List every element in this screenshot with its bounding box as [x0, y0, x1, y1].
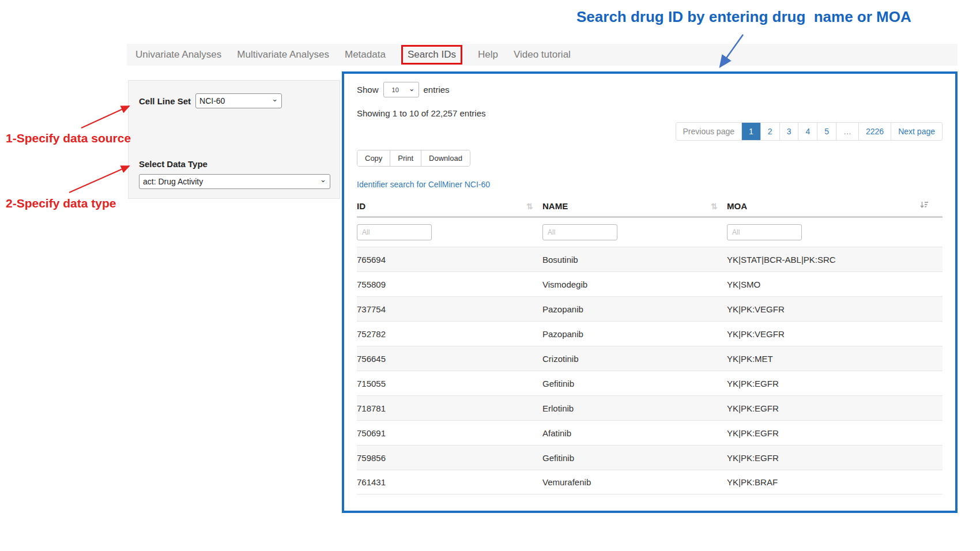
cell-id: 750691: [357, 428, 542, 438]
page-length-select[interactable]: 10: [383, 82, 419, 97]
cell-id: 756645: [357, 354, 542, 364]
sort-icon[interactable]: ⇅: [526, 202, 533, 211]
identifier-search-link[interactable]: Identifier search for CellMiner NCI-60: [357, 180, 490, 189]
page-button-5[interactable]: 5: [817, 123, 836, 140]
cell-name: Gefitinib: [542, 379, 727, 388]
nav-help[interactable]: Help: [478, 49, 498, 61]
cell-id: 761431: [357, 477, 542, 487]
cell-name: Gefitinib: [542, 453, 727, 463]
table-row: 756645 Crizotinib YK|PK:MET: [357, 346, 943, 371]
top-navbar: Univariate Analyses Multivariate Analyse…: [127, 44, 958, 66]
cell-moa: YK|PK:VEGFR: [727, 304, 943, 314]
cell-id: 765694: [357, 255, 542, 265]
previous-page-button[interactable]: Previous page: [676, 123, 742, 140]
page-button-2[interactable]: 2: [760, 123, 779, 140]
export-button-group: Copy Print Download: [357, 150, 470, 167]
cell-name: Afatinib: [542, 428, 727, 438]
data-source-panel: Cell Line Set NCI-60 Select Data Type ac…: [128, 80, 340, 199]
table-row: 752782 Pazopanib YK|PK:VEGFR: [357, 321, 943, 346]
cell-id: 715055: [357, 379, 542, 388]
table-row: 718781 Erlotinib YK|PK:EGFR: [357, 395, 943, 420]
download-button[interactable]: Download: [421, 150, 470, 166]
cell-moa: YK|PK:VEGFR: [727, 329, 943, 339]
nav-univariate-analyses[interactable]: Univariate Analyses: [135, 49, 221, 61]
cell-moa: YK|SMO: [727, 280, 943, 289]
show-label: Show: [357, 85, 379, 95]
nav-multivariate-analyses[interactable]: Multivariate Analyses: [237, 49, 329, 61]
cell-name: Erlotinib: [542, 403, 727, 413]
cell-id: 752782: [357, 329, 542, 339]
annotation-step1: 1-Specify data source: [6, 131, 131, 145]
cell-line-set-select[interactable]: NCI-60: [195, 93, 282, 108]
cell-name: Vismodegib: [542, 280, 727, 289]
table-row: 759856 Gefitinib YK|PK:EGFR: [357, 445, 943, 470]
showing-entries-text: Showing 1 to 10 of 22,257 entries: [357, 108, 486, 118]
page-button-1[interactable]: 1: [741, 123, 760, 140]
page-length-control: Show 10 entries: [357, 82, 450, 97]
red-arrow-step1: [81, 106, 129, 128]
next-page-button[interactable]: Next page: [891, 123, 942, 140]
cell-moa: YK|PK:MET: [727, 354, 943, 364]
table-row: 750691 Afatinib YK|PK:EGFR: [357, 420, 943, 445]
annotation-search-note: Search drug ID by entering drug name or …: [576, 8, 911, 26]
table-row: 765694 Bosutinib YK|STAT|BCR-ABL|PK:SRC: [357, 247, 943, 271]
data-type-label: Select Data Type: [139, 159, 208, 169]
page-ellipsis: …: [836, 123, 858, 140]
cell-line-set-label: Cell Line Set: [139, 96, 191, 106]
cell-moa: YK|PK:EGFR: [727, 453, 943, 463]
print-button[interactable]: Print: [390, 150, 421, 166]
filter-input-name[interactable]: [542, 224, 617, 240]
cell-name: Pazopanib: [542, 329, 727, 339]
filter-input-id[interactable]: [357, 224, 432, 240]
page-button-3[interactable]: 3: [779, 123, 798, 140]
table-row: 715055 Gefitinib YK|PK:EGFR: [357, 371, 943, 395]
column-header-name[interactable]: NAME ⇅: [542, 201, 727, 211]
table-row: 761431 Vemurafenib YK|PK:BRAF: [357, 470, 943, 495]
cell-name: Pazopanib: [542, 304, 727, 314]
cell-line-set-select-wrap: NCI-60: [195, 93, 282, 108]
column-header-id-label: ID: [357, 201, 365, 211]
column-header-moa-label: MOA: [727, 201, 747, 211]
search-ids-panel: Show 10 entries Showing 1 to 10 of 22,25…: [342, 71, 958, 513]
column-header-moa[interactable]: MOA: [727, 201, 943, 212]
data-type-select[interactable]: act: Drug Activity: [139, 174, 330, 189]
cell-id: 718781: [357, 403, 542, 413]
cell-moa: YK|PK:BRAF: [727, 477, 943, 487]
table-row: 737754 Pazopanib YK|PK:VEGFR: [357, 296, 943, 321]
data-type-select-wrap: act: Drug Activity: [139, 174, 330, 189]
sort-icon[interactable]: ⇅: [711, 202, 718, 211]
cell-id: 755809: [357, 280, 542, 289]
cell-moa: YK|PK:EGFR: [727, 428, 943, 438]
cell-name: Bosutinib: [542, 255, 727, 265]
red-arrow-step2: [69, 166, 129, 193]
nav-metadata[interactable]: Metadata: [345, 49, 386, 61]
table-header-row: ID ⇅ NAME ⇅ MOA: [357, 196, 943, 218]
cell-id: 737754: [357, 304, 542, 314]
cell-moa: YK|PK:EGFR: [727, 379, 943, 388]
page-button-4[interactable]: 4: [798, 123, 817, 140]
table-row: 755809 Vismodegib YK|SMO: [357, 271, 943, 296]
page-button-2226[interactable]: 2226: [858, 123, 891, 140]
table-filter-row: [357, 218, 943, 247]
annotation-step2: 2-Specify data type: [6, 197, 116, 210]
cell-name: Crizotinib: [542, 354, 727, 364]
cell-moa: YK|STAT|BCR-ABL|PK:SRC: [727, 255, 943, 265]
filter-input-moa[interactable]: [727, 224, 802, 240]
column-header-id[interactable]: ID ⇅: [357, 201, 542, 211]
cell-name: Vemurafenib: [542, 477, 727, 487]
cell-moa: YK|PK:EGFR: [727, 403, 943, 413]
pagination: Previous page 1 2 3 4 5 … 2226 Next page: [676, 122, 943, 141]
page-length-select-wrap: 10: [383, 82, 419, 97]
sort-descending-icon[interactable]: [919, 201, 929, 212]
results-table: ID ⇅ NAME ⇅ MOA: [357, 196, 943, 495]
nav-search-ids[interactable]: Search IDs: [401, 45, 462, 65]
entries-label: entries: [424, 85, 450, 95]
copy-button[interactable]: Copy: [357, 150, 390, 166]
nav-video-tutorial[interactable]: Video tutorial: [514, 49, 571, 61]
column-header-name-label: NAME: [542, 201, 568, 211]
cell-id: 759856: [357, 453, 542, 463]
